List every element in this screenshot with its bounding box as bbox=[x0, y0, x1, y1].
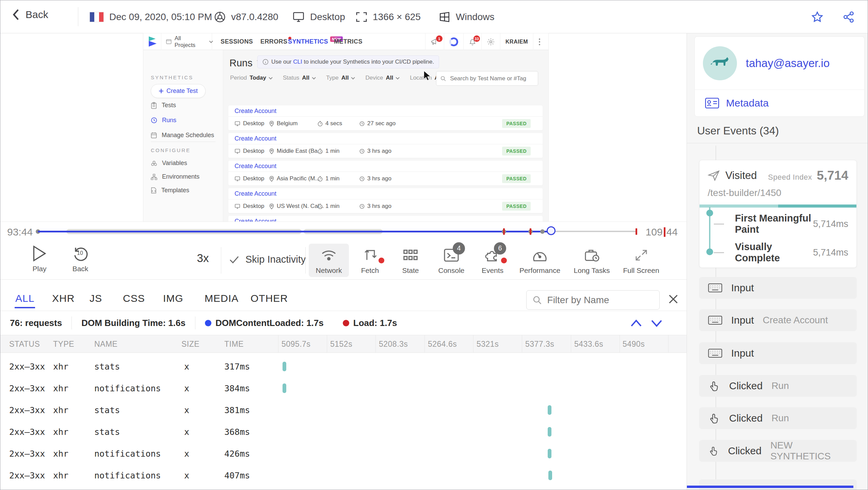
network-panel-button[interactable]: Network bbox=[309, 244, 349, 277]
user-menu[interactable]: KRAIEM bbox=[505, 39, 528, 45]
run-card[interactable]: Create Account Desktop Canada (Central) … bbox=[228, 216, 543, 222]
run-card[interactable]: Create Account Desktop Middle East (Ba..… bbox=[228, 133, 543, 158]
avatar bbox=[703, 46, 737, 80]
cli-link[interactable]: CLI bbox=[293, 59, 302, 65]
visited-event-card[interactable]: Visited Speed Index5,714 /test-builder/1… bbox=[699, 160, 857, 268]
timeline-track[interactable] bbox=[38, 222, 636, 241]
more-menu-button[interactable] bbox=[533, 33, 546, 50]
window-icon bbox=[166, 39, 172, 45]
request-timing-mark bbox=[283, 362, 286, 371]
sidebar-item-environments[interactable]: Environments bbox=[151, 173, 199, 180]
tab-media[interactable]: MEDIA bbox=[205, 288, 239, 309]
test-search-input[interactable] bbox=[449, 75, 534, 82]
paint-progress-bar bbox=[700, 205, 856, 208]
back-10s-button[interactable]: 10 Back bbox=[62, 245, 99, 273]
speed-toggle[interactable]: 3x bbox=[186, 252, 220, 265]
sidebar-item-variables[interactable]: Variables bbox=[151, 160, 187, 167]
dom-building-time: DOM Building Time: 1.6s bbox=[72, 318, 195, 328]
jump-up-icon[interactable] bbox=[629, 317, 643, 329]
metric-value: 5,714ms bbox=[813, 219, 848, 229]
input-event-card[interactable]: Input bbox=[699, 342, 857, 364]
share-icon[interactable] bbox=[842, 11, 855, 23]
input-event-card[interactable]: Input bbox=[699, 277, 857, 299]
events-alert-dot bbox=[501, 258, 507, 263]
filter-period[interactable]: PeriodToday bbox=[230, 75, 271, 81]
tab-other[interactable]: OTHER bbox=[251, 288, 288, 309]
tab-all[interactable]: ALL bbox=[15, 288, 34, 309]
sidebar-item-tests[interactable]: Tests bbox=[151, 102, 176, 109]
filter-type[interactable]: TypeAll bbox=[326, 75, 354, 81]
tab-errors[interactable]: ERRORS bbox=[260, 33, 291, 50]
divider bbox=[221, 247, 221, 274]
tab-sessions[interactable]: SESSIONS bbox=[221, 33, 253, 50]
announcements-count: 1 bbox=[436, 35, 443, 42]
top-bar: Back Dec 09, 2020, 05:10 PM v87.0.4280 D… bbox=[0, 0, 868, 33]
run-card[interactable]: Create Account Desktop Belgium 4 secs 27… bbox=[228, 105, 543, 130]
col-type: TYPE bbox=[53, 335, 74, 353]
history-clock-icon bbox=[151, 117, 157, 124]
skip-inactivity-toggle[interactable]: Skip Inactivity bbox=[229, 254, 306, 265]
tab-js[interactable]: JS bbox=[90, 288, 102, 309]
filter-device[interactable]: DeviceAll bbox=[365, 75, 398, 81]
full-screen-button[interactable]: Full Screen bbox=[615, 244, 668, 277]
keyboard-icon bbox=[708, 283, 722, 293]
visited-url: /test-builder/1450 bbox=[700, 183, 856, 198]
runs-title: Runs bbox=[229, 58, 253, 69]
sidebar-progress-bar bbox=[687, 486, 853, 488]
tab-xhr[interactable]: XHR bbox=[52, 288, 75, 309]
clipboard-icon bbox=[151, 102, 157, 109]
sidebar-item-runs[interactable]: Runs bbox=[151, 117, 176, 124]
events-panel-button[interactable]: 6 Events bbox=[467, 244, 518, 277]
time-col-label: 5208.3s bbox=[379, 335, 408, 353]
test-search-box[interactable] bbox=[436, 71, 538, 86]
click-event-card[interactable]: ClickedNEW SYNTHETICS bbox=[699, 440, 857, 462]
sidebar-item-templates[interactable]: Templates bbox=[151, 187, 189, 194]
announcements-button[interactable]: 1 bbox=[425, 33, 444, 50]
play-icon bbox=[32, 245, 47, 262]
loading-spinner bbox=[444, 33, 463, 50]
favorite-star-icon[interactable] bbox=[811, 11, 823, 23]
table-row[interactable]: 2xx–3xxxhr notificationsx 407ms bbox=[0, 464, 687, 486]
user-email[interactable]: tahay@asayer.io bbox=[746, 57, 830, 70]
run-name: Create Account bbox=[228, 188, 543, 199]
wifi-icon bbox=[321, 248, 337, 262]
performance-panel-button[interactable]: Performance bbox=[513, 244, 567, 277]
play-button[interactable]: Play bbox=[21, 245, 58, 273]
filter-by-name-input[interactable] bbox=[547, 294, 653, 306]
settings-button[interactable] bbox=[481, 33, 500, 50]
back-label: Back bbox=[26, 9, 48, 20]
click-event-card[interactable]: ClickedRun bbox=[699, 375, 857, 397]
chevron-down-icon bbox=[209, 39, 213, 43]
mouse-cursor bbox=[423, 70, 432, 82]
input-event-card[interactable]: InputCreate Account bbox=[699, 309, 857, 331]
project-selector[interactable]: All Projects bbox=[161, 33, 212, 50]
click-event-card[interactable]: ClickedRun bbox=[699, 407, 857, 429]
tab-css[interactable]: CSS bbox=[123, 288, 145, 309]
tab-img[interactable]: IMG bbox=[163, 288, 183, 309]
kebab-menu-icon bbox=[539, 38, 541, 46]
table-row[interactable]: 2xx–3xxxhr statsx 317ms bbox=[0, 356, 687, 377]
filter-status[interactable]: StatusAll bbox=[283, 75, 315, 81]
playhead[interactable] bbox=[547, 226, 556, 235]
table-row[interactable]: 2xx–3xxxhr notificationsx 384ms bbox=[0, 377, 687, 399]
sidebar-item-manage-schedules[interactable]: Manage Schedules bbox=[151, 132, 214, 139]
playback-timeline[interactable]: 93:44 10944 bbox=[0, 222, 687, 241]
metadata-button[interactable]: Metadata bbox=[695, 90, 864, 116]
navigation-icon bbox=[708, 170, 720, 181]
table-row[interactable]: 2xx–3xxxhr statsx 381ms bbox=[0, 399, 687, 421]
back-button[interactable]: Back bbox=[12, 9, 48, 21]
tab-metrics[interactable]: METRICS bbox=[334, 33, 363, 50]
close-panel-icon[interactable] bbox=[667, 293, 680, 306]
run-card[interactable]: Create Account Desktop Asia Pacific (M..… bbox=[228, 161, 543, 185]
run-card[interactable]: Create Account Desktop US West (N. Cal..… bbox=[228, 188, 543, 213]
notifications-button[interactable]: 33 bbox=[463, 33, 481, 50]
create-test-button[interactable]: Create Test bbox=[151, 84, 206, 98]
table-row[interactable]: 2xx–3xxxhr notificationsx 426ms bbox=[0, 443, 687, 464]
speed-index-value: 5,714 bbox=[817, 168, 848, 183]
metric-label: First Meaningful Paint bbox=[735, 213, 813, 235]
filter-box[interactable] bbox=[526, 290, 660, 310]
os-type: Windows bbox=[439, 0, 495, 33]
table-row[interactable]: 2xx–3xxxhr statsx 368ms bbox=[0, 421, 687, 443]
jump-down-icon[interactable] bbox=[650, 317, 663, 329]
long-tasks-panel-button[interactable]: Long Tasks bbox=[565, 244, 618, 277]
